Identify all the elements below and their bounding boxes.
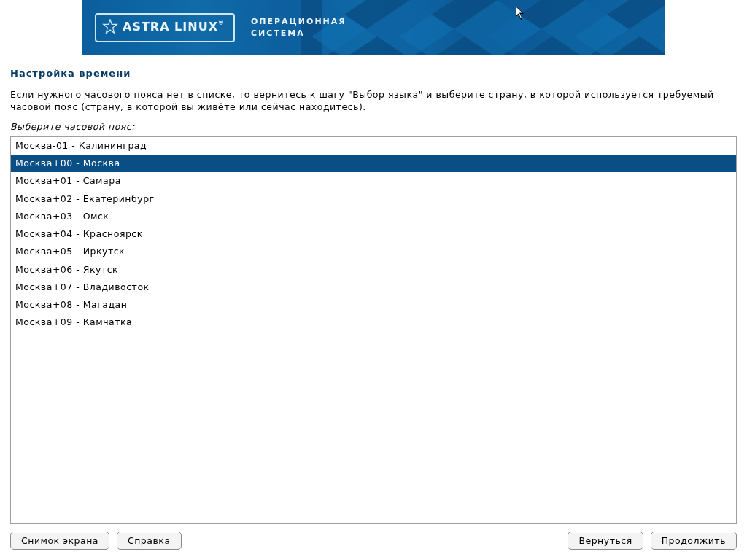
brand-name: ASTRA LINUX® xyxy=(123,20,225,34)
list-label: Выберите часовой пояс: xyxy=(10,121,737,132)
page-title: Настройка времени xyxy=(10,68,737,79)
svg-marker-28 xyxy=(104,19,117,32)
timezone-option[interactable]: Москва-01 - Калининград xyxy=(11,137,736,155)
timezone-option[interactable]: Москва+05 - Иркутск xyxy=(11,243,736,260)
continue-button[interactable]: Продолжить xyxy=(651,532,737,550)
cursor-icon xyxy=(516,6,526,20)
timezone-option[interactable]: Москва+08 - Магадан xyxy=(11,296,736,314)
brand-subtitle: ОПЕРАЦИОННАЯ СИСТЕМА xyxy=(251,16,347,39)
brand-logo: ASTRA LINUX® xyxy=(95,13,235,42)
timezone-option[interactable]: Москва+00 - Москва xyxy=(11,155,736,172)
star-icon xyxy=(102,19,118,35)
svg-marker-30 xyxy=(516,7,522,18)
timezone-listbox[interactable]: Москва-01 - КалининградМосква+00 - Москв… xyxy=(10,136,737,524)
page-description: Если нужного часового пояса нет в списке… xyxy=(10,89,737,114)
timezone-option[interactable]: Москва+01 - Самара xyxy=(11,172,736,190)
timezone-option[interactable]: Москва+03 - Омск xyxy=(11,208,736,225)
screenshot-button[interactable]: Снимок экрана xyxy=(10,532,109,550)
timezone-option[interactable]: Москва+09 - Камчатка xyxy=(11,314,736,331)
header-banner: ASTRA LINUX® ОПЕРАЦИОННАЯ СИСТЕМА xyxy=(82,0,665,55)
timezone-option[interactable]: Москва+06 - Якутск xyxy=(11,261,736,279)
timezone-option[interactable]: Москва+07 - Владивосток xyxy=(11,279,736,296)
timezone-option[interactable]: Москва+04 - Красноярск xyxy=(11,225,736,243)
timezone-option[interactable]: Москва+02 - Екатеринбург xyxy=(11,190,736,208)
footer-bar: Снимок экрана Справка Вернуться Продолжи… xyxy=(0,524,747,560)
back-button[interactable]: Вернуться xyxy=(568,532,643,550)
help-button[interactable]: Справка xyxy=(117,532,182,550)
